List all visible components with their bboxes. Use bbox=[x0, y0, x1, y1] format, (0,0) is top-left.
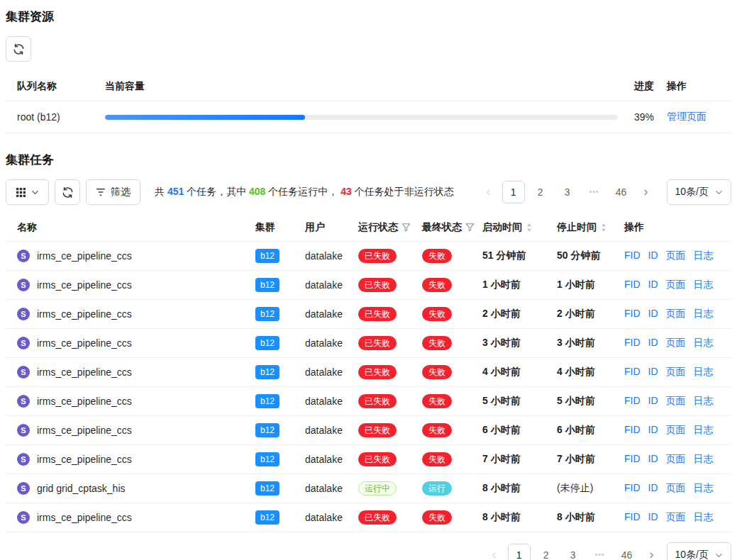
action-link-page[interactable]: 页面 bbox=[666, 424, 686, 437]
action-link-fid[interactable]: FID bbox=[624, 511, 641, 524]
filter-funnel-icon[interactable] bbox=[401, 223, 411, 232]
action-link-fid[interactable]: FID bbox=[624, 279, 641, 291]
manage-page-link[interactable]: 管理页面 bbox=[667, 111, 706, 122]
table-row: S irms_ce_pipeline_ccs b12 datalake 已失败 … bbox=[6, 445, 731, 474]
action-link-log[interactable]: 日志 bbox=[694, 453, 714, 466]
col-stop-time[interactable]: 停止时间 bbox=[557, 221, 624, 234]
pagination-page-2[interactable]: 2 bbox=[535, 544, 558, 560]
col-action: 操作 bbox=[667, 80, 720, 93]
action-link-log[interactable]: 日志 bbox=[694, 395, 714, 408]
action-link-fid[interactable]: FID bbox=[624, 366, 641, 379]
stop-time: 3 小时前 bbox=[557, 337, 624, 349]
sort-icon[interactable] bbox=[526, 223, 533, 233]
col-queue-name: 队列名称 bbox=[17, 80, 105, 93]
task-name: grid grid_cptask_his bbox=[37, 483, 126, 494]
action-link-page[interactable]: 页面 bbox=[666, 250, 686, 262]
start-time: 7 小时前 bbox=[482, 453, 557, 466]
pagination-prev-icon[interactable]: ‹ bbox=[480, 181, 498, 203]
action-link-log[interactable]: 日志 bbox=[694, 366, 714, 379]
action-link-log[interactable]: 日志 bbox=[694, 482, 714, 495]
columns-button[interactable] bbox=[6, 179, 49, 205]
pagination-ellipsis[interactable]: ••• bbox=[589, 544, 611, 560]
pagination-ellipsis[interactable]: ••• bbox=[583, 181, 606, 203]
action-link-fid[interactable]: FID bbox=[624, 424, 641, 437]
action-link-fid[interactable]: FID bbox=[624, 453, 641, 466]
task-name: irms_ce_pipeline_ccs bbox=[37, 366, 132, 378]
action-link-page[interactable]: 页面 bbox=[666, 395, 686, 408]
task-name-cell: S irms_ce_pipeline_ccs bbox=[17, 250, 255, 262]
run-status-badge: 已失败 bbox=[358, 278, 397, 292]
action-link-page[interactable]: 页面 bbox=[666, 337, 686, 349]
action-link-page[interactable]: 页面 bbox=[666, 279, 686, 291]
action-link-page[interactable]: 页面 bbox=[666, 482, 686, 495]
action-link-page[interactable]: 页面 bbox=[666, 366, 686, 379]
task-user: datalake bbox=[305, 308, 358, 320]
summary-text: 个任务处于非运行状态 bbox=[352, 186, 454, 197]
action-link-id[interactable]: ID bbox=[648, 366, 658, 379]
cluster-resources-section: 集群资源 队列名称 当前容量 进度 操作 root (b12) bbox=[6, 9, 731, 133]
sort-icon[interactable] bbox=[600, 223, 607, 233]
spark-avatar: S bbox=[17, 250, 30, 262]
action-link-fid[interactable]: FID bbox=[624, 308, 641, 320]
pagination-page-2[interactable]: 2 bbox=[529, 181, 552, 203]
summary-total-count: 451 bbox=[167, 186, 184, 197]
action-link-id[interactable]: ID bbox=[648, 511, 658, 524]
run-status-badge: 已失败 bbox=[358, 336, 397, 350]
row-actions: FIDID页面日志 bbox=[624, 366, 720, 379]
task-name: irms_ce_pipeline_ccs bbox=[37, 337, 132, 349]
refresh-button[interactable] bbox=[6, 36, 31, 62]
action-link-log[interactable]: 日志 bbox=[694, 424, 714, 437]
action-link-log[interactable]: 日志 bbox=[694, 511, 714, 524]
pagination-next-icon[interactable]: › bbox=[637, 181, 655, 203]
run-status-badge: 已失败 bbox=[358, 307, 397, 321]
refresh-button[interactable] bbox=[55, 179, 80, 205]
action-link-fid[interactable]: FID bbox=[624, 395, 641, 408]
action-link-id[interactable]: ID bbox=[648, 395, 658, 408]
action-link-fid[interactable]: FID bbox=[624, 337, 641, 349]
task-user: datalake bbox=[305, 483, 358, 494]
cluster-badge: b12 bbox=[255, 336, 279, 350]
action-link-id[interactable]: ID bbox=[648, 250, 658, 262]
action-link-log[interactable]: 日志 bbox=[694, 250, 714, 262]
summary-not-running-count: 43 bbox=[340, 186, 352, 197]
row-actions: FIDID页面日志 bbox=[624, 453, 720, 466]
bottom-pagination-bar: ‹123•••46› 10条/页 bbox=[6, 542, 731, 560]
tasks-section-title: 集群任务 bbox=[6, 152, 731, 168]
page-size-select[interactable]: 10条/页 bbox=[667, 179, 731, 205]
pagination-page-1[interactable]: 1 bbox=[508, 544, 531, 560]
pagination-next-icon[interactable]: › bbox=[643, 544, 661, 560]
task-user: datalake bbox=[305, 512, 358, 523]
final-status-badge: 失败 bbox=[422, 510, 452, 525]
filter-button[interactable]: 筛选 bbox=[86, 179, 140, 205]
page: 集群资源 队列名称 当前容量 进度 操作 root (b12) bbox=[0, 0, 737, 560]
action-link-id[interactable]: ID bbox=[648, 453, 658, 466]
pagination-prev-icon[interactable]: ‹ bbox=[485, 544, 504, 560]
final-status-badge: 失败 bbox=[422, 452, 452, 466]
pagination-page-3[interactable]: 3 bbox=[556, 181, 579, 203]
table-row: S irms_ce_pipeline_ccs b12 datalake 已失败 … bbox=[6, 358, 731, 387]
col-run-status[interactable]: 运行状态 bbox=[358, 221, 422, 234]
pagination-page-1[interactable]: 1 bbox=[502, 181, 525, 203]
action-link-id[interactable]: ID bbox=[648, 279, 658, 291]
pagination-page-46[interactable]: 46 bbox=[610, 181, 633, 203]
action-link-log[interactable]: 日志 bbox=[694, 308, 714, 320]
col-current-capacity: 当前容量 bbox=[105, 80, 624, 93]
action-link-page[interactable]: 页面 bbox=[666, 511, 686, 524]
action-link-id[interactable]: ID bbox=[648, 482, 658, 495]
action-link-log[interactable]: 日志 bbox=[694, 279, 714, 291]
task-name: irms_ce_pipeline_ccs bbox=[37, 512, 132, 523]
action-link-log[interactable]: 日志 bbox=[694, 337, 714, 349]
pagination-page-46[interactable]: 46 bbox=[616, 544, 638, 560]
action-link-id[interactable]: ID bbox=[648, 424, 658, 437]
action-link-fid[interactable]: FID bbox=[624, 250, 641, 262]
filter-funnel-icon[interactable] bbox=[465, 223, 475, 232]
action-link-id[interactable]: ID bbox=[648, 337, 658, 349]
pagination-page-3[interactable]: 3 bbox=[562, 544, 584, 560]
col-final-status[interactable]: 最终状态 bbox=[422, 221, 482, 234]
page-size-select[interactable]: 10条/页 bbox=[667, 542, 731, 560]
col-start-time[interactable]: 启动时间 bbox=[482, 221, 557, 234]
action-link-id[interactable]: ID bbox=[648, 308, 658, 320]
action-link-fid[interactable]: FID bbox=[624, 482, 641, 495]
action-link-page[interactable]: 页面 bbox=[666, 453, 686, 466]
action-link-page[interactable]: 页面 bbox=[666, 308, 686, 320]
